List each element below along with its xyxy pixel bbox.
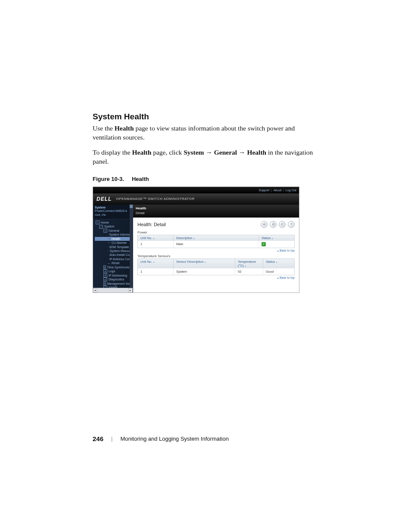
footer-section-title: Monitoring and Logging System Informatio… [120, 436, 228, 442]
section-heading: System Health [93, 112, 321, 121]
collapse-icon: − [96, 221, 100, 224]
back-to-top-link[interactable]: Back to top [137, 249, 295, 252]
power-table: Unit No. Description Status 1 Main ✓ [137, 235, 295, 248]
brand-bar: DELL OPENMANAGE™ SWITCH ADMINISTRATOR [93, 193, 299, 205]
temperature-table: Unit No. Sensor Description Temperature … [137, 258, 295, 275]
footer-divider: | [111, 436, 112, 442]
screenshot-figure: Support | About | Log Out DELL OPENMANAG… [93, 187, 299, 293]
cell-status: ✓ [259, 241, 294, 248]
tree-item-system[interactable]: −System [95, 224, 133, 228]
refresh-icon[interactable]: C [279, 221, 286, 228]
tree-item-home[interactable]: −Home [95, 221, 133, 224]
breadcrumb-sub: Detail [136, 211, 296, 215]
expand-icon: + [103, 265, 106, 269]
document-page: System Health Use the Health page to vie… [0, 0, 411, 532]
collapse-icon: − [103, 229, 107, 233]
sidebar-head-line: PowerConnect M8024-k [95, 209, 131, 213]
sidebar-head-line: System [95, 206, 131, 210]
logout-link[interactable]: Log Out [286, 189, 296, 192]
figure-caption: Figure 10-3.Health [93, 176, 321, 182]
toolbar-icons: H ⎙ C ? [261, 221, 295, 228]
back-to-top-link[interactable]: Back to top [137, 276, 295, 279]
support-link[interactable]: Support [259, 189, 270, 192]
nav-tree: −Home −System −General System Informati … [93, 219, 133, 292]
col-description[interactable]: Description [174, 235, 259, 241]
intro-paragraph-2: To display the Health page, click System… [93, 148, 321, 166]
tree-item-ipaddr[interactable]: IP Address Confi [95, 257, 133, 261]
col-status[interactable]: Status [263, 259, 294, 268]
sidebar: System PowerConnect M8024-k root, r/w −H… [93, 205, 133, 292]
tree-item-timesync[interactable]: +Time Synchronization [95, 265, 133, 269]
cell-description: Main [174, 241, 259, 248]
cell-unit: 1 [138, 268, 174, 275]
breadcrumb-bar: Health Detail [133, 205, 299, 218]
sidebar-header: System PowerConnect M8024-k root, r/w [93, 205, 133, 219]
cell-unit: 1 [138, 241, 174, 248]
brand-subtitle: OPENMANAGE™ SWITCH ADMINISTRATOR [116, 197, 194, 201]
sidebar-head-line: root, r/w [95, 213, 131, 217]
cell-sensor: System [174, 268, 235, 275]
tree-item-diagnostics[interactable]: +Diagnostics [95, 277, 133, 281]
vertical-scrollbar[interactable] [130, 205, 133, 287]
expand-icon: + [103, 277, 107, 281]
collapse-icon: − [99, 225, 103, 229]
expand-icon: + [103, 274, 107, 277]
tree-item-ipaddressing[interactable]: +IP Addressing [95, 274, 133, 277]
tree-item-mgmtsec[interactable]: +Management Security [95, 282, 133, 286]
separator: | [271, 189, 272, 192]
tree-item-sysres[interactable]: System Resourc [95, 249, 133, 253]
power-section-heading: Power [137, 230, 295, 234]
tree-item-sdm[interactable]: SDM Template P [95, 245, 133, 249]
print-icon[interactable]: ⎙ [270, 221, 277, 228]
tree-item-health[interactable]: Health [95, 237, 133, 241]
col-unit-no[interactable]: Unit No. [138, 235, 174, 241]
page-footer: 246 | Monitoring and Logging System Info… [93, 435, 229, 442]
expand-icon: + [103, 269, 107, 273]
tree-item-reset[interactable]: Reset [95, 261, 133, 265]
save-icon[interactable]: H [261, 221, 268, 228]
table-row: 1 System 52 Good [138, 268, 294, 275]
page-number: 246 [93, 435, 103, 442]
scroll-right-icon[interactable]: ▸ [128, 288, 133, 292]
page-title: Health: Detail [137, 222, 166, 227]
col-unit-no[interactable]: Unit No. [138, 259, 174, 268]
expand-icon: + [103, 282, 106, 286]
about-link[interactable]: About [274, 189, 281, 192]
dell-logo: DELL [97, 196, 112, 202]
status-ok-icon: ✓ [262, 242, 266, 246]
breadcrumb-main: Health [136, 206, 296, 211]
tree-item-clibanner[interactable]: CLI Banner [95, 241, 133, 245]
col-temperature[interactable]: Temperature (°C) [235, 259, 263, 268]
temp-section-heading: Temperature Sensors [137, 254, 295, 258]
tree-item-autoinstall[interactable]: Auto-Install Conf [95, 253, 133, 257]
cell-status: Good [263, 268, 294, 275]
tree-item-general[interactable]: −General [95, 229, 133, 233]
tree-item-logs[interactable]: +Logs [95, 269, 133, 273]
intro-paragraph-1: Use the Health page to view status infor… [93, 124, 321, 142]
tree-item-sysinfo[interactable]: System Informati [95, 233, 133, 236]
separator: | [283, 189, 284, 192]
table-row: 1 Main ✓ [138, 241, 294, 248]
content-pane: Health Detail Health: Detail H ⎙ C ? Pow… [133, 205, 299, 292]
horizontal-scrollbar[interactable]: ◂ ▸ [93, 288, 133, 292]
top-utility-bar: Support | About | Log Out [93, 187, 299, 193]
cell-temperature: 52 [235, 268, 263, 275]
col-status[interactable]: Status [259, 235, 294, 241]
help-icon[interactable]: ? [288, 221, 295, 228]
scroll-left-icon[interactable]: ◂ [93, 288, 97, 292]
col-sensor-description[interactable]: Sensor Description [174, 259, 235, 268]
